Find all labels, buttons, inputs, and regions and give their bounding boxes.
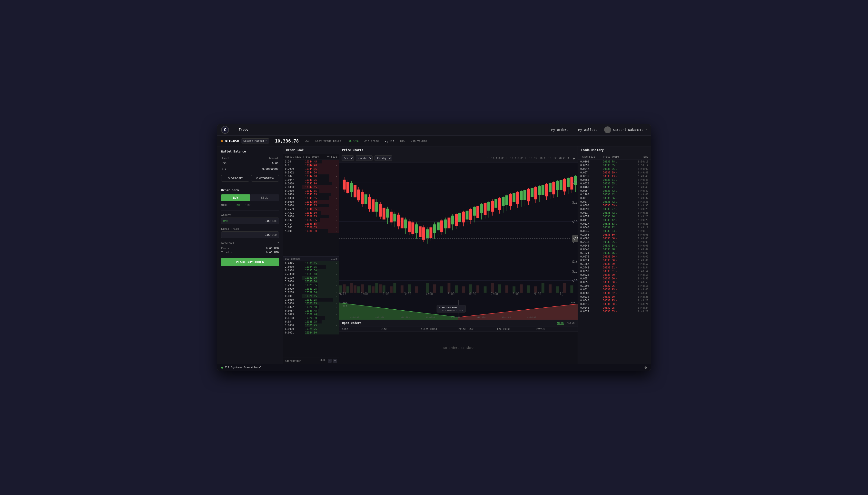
chart-type-select[interactable]: Candle: [356, 155, 373, 161]
trade-history-row: 0.0016 10331.00 ↘ 9:48:24: [578, 302, 651, 306]
my-orders-link[interactable]: My Orders: [548, 126, 571, 133]
ask-row[interactable]: 0.132 10337.35 -: [283, 218, 339, 222]
svg-text:300: 300: [570, 302, 575, 304]
ask-row[interactable]: 3.14 10344.45 -: [283, 160, 339, 164]
ask-row[interactable]: 0.2999 10344.35 -: [283, 167, 339, 171]
ask-row[interactable]: 0.6000 10341.80 -: [283, 200, 339, 204]
price-charts-title: Price Charts: [339, 147, 578, 154]
amount-input[interactable]: [230, 219, 271, 223]
svg-rect-41: [548, 284, 552, 293]
svg-rect-112: [462, 212, 465, 222]
bid-row[interactable]: 3.0268 10329.00 -: [283, 291, 339, 294]
ask-row[interactable]: 3.0000 10339.25 -: [283, 215, 339, 218]
svg-rect-23: [415, 287, 418, 293]
buy-tab[interactable]: BUY: [221, 194, 250, 201]
withdraw-button[interactable]: ⊖ WITHDRAW: [251, 175, 279, 182]
total-row: Total ≈ 0.00 USD: [221, 251, 279, 254]
ask-row[interactable]: 3.000 10336.35 -: [283, 226, 339, 229]
bid-row[interactable]: 1.0000 10327.95 -: [283, 298, 339, 302]
deposit-button[interactable]: ⊕ DEPOSIT: [221, 175, 249, 182]
sell-tab[interactable]: SELL: [250, 194, 279, 201]
username: Satoshi Nakamoto: [613, 128, 643, 132]
trade-history-row: 0.011 10338.42 ↗ 9:49:20: [578, 218, 651, 222]
ask-row[interactable]: 1.007 10344.00 -: [283, 174, 339, 178]
open-orders-header: Open Orders Open Fills: [339, 320, 578, 326]
wallet-balance-title: Wallet Balance: [221, 150, 279, 153]
bid-row[interactable]: 0.0023 10326.40 -: [283, 312, 339, 316]
svg-rect-64: [375, 202, 378, 211]
volume-label: 24h volume: [411, 139, 427, 142]
svg-rect-11: [354, 285, 357, 293]
candlestick-chart: $10,425 $10,400 $10,375 $10,350 $10,336.…: [339, 163, 578, 300]
advanced-toggle[interactable]: Advanced ▾: [221, 241, 279, 244]
ask-row[interactable]: 2.414 10336.55 -: [283, 222, 339, 226]
nav-tabs: Trade: [235, 126, 548, 133]
user-info[interactable]: Satoshi Nakamoto ▾: [604, 126, 647, 133]
ask-row[interactable]: 0.5922 10344.30 -: [283, 171, 339, 174]
place-buy-order-button[interactable]: PLACE BUY ORDER: [221, 258, 279, 266]
ask-row[interactable]: 0.1000 10342.90 -: [283, 182, 339, 185]
svg-rect-34: [498, 284, 501, 293]
ask-row[interactable]: 0.7599 10340.35 -: [283, 207, 339, 211]
svg-rect-32: [484, 287, 487, 293]
svg-rect-130: [494, 199, 497, 207]
ask-row[interactable]: 1.0047 10343.75 -: [283, 178, 339, 182]
ask-row[interactable]: 0.01 10344.40 -: [283, 164, 339, 167]
col-status: Status: [536, 328, 575, 330]
bid-row[interactable]: 6.0000 10325.25 -: [283, 327, 339, 331]
trade-history-row: 0.0048 10332.95 ↘ 9:48:27: [578, 298, 651, 302]
ask-row[interactable]: 1.0000 10340.65 -: [283, 204, 339, 207]
overlay-select[interactable]: Overlay: [375, 155, 392, 161]
open-tab[interactable]: Open: [557, 321, 564, 325]
bid-row[interactable]: 2.5000 10334.95 -: [283, 265, 339, 269]
bid-row[interactable]: 1.0000 10325.45 -: [283, 324, 339, 327]
bid-row[interactable]: 1.0322 10326.50 -: [283, 305, 339, 309]
ask-row[interactable]: 0.0688 10342.15 -: [283, 193, 339, 197]
select-market-dropdown[interactable]: Select Market ▾: [241, 138, 269, 143]
limit-price-input[interactable]: [223, 233, 271, 237]
trade-history-row: 0.0045 10339.33 ↗ 9:49:13: [578, 229, 651, 233]
bid-row[interactable]: 0.0984 10333.50 -: [283, 269, 339, 272]
ask-row[interactable]: 5.601 10336.30 -: [283, 229, 339, 233]
agg-decrease-button[interactable]: −: [328, 359, 332, 363]
settings-gear-icon[interactable]: ⚙: [644, 365, 647, 370]
tab-trade[interactable]: Trade: [235, 126, 252, 133]
bid-row[interactable]: 0.6168 10326.30 -: [283, 316, 339, 320]
ask-row[interactable]: 1.4371 10340.00 -: [283, 211, 339, 215]
bid-row[interactable]: 0.4045 10335.05 -: [283, 261, 339, 265]
ask-row[interactable]: 2.0000 10342.85 -: [283, 185, 339, 189]
svg-rect-26: [440, 287, 443, 293]
bid-row[interactable]: 0.0021 10324.50 -: [283, 331, 339, 335]
fills-tab[interactable]: Fills: [567, 321, 575, 325]
svg-rect-106: [451, 216, 454, 224]
ask-row[interactable]: 0.1000 10342.65 -: [283, 189, 339, 193]
limit-price-label: Limit Price: [221, 227, 279, 231]
svg-text:$10,325: $10,325: [572, 259, 578, 263]
svg-rect-68: [382, 208, 386, 220]
bid-row[interactable]: 3.0000 10331.00 -: [283, 280, 339, 283]
svg-rect-42: [556, 287, 559, 293]
bid-row[interactable]: 0.0037 10326.45 -: [283, 309, 339, 312]
limit-tab[interactable]: LIMIT: [234, 204, 242, 208]
chart-scroll-right[interactable]: ▶: [573, 156, 575, 160]
my-wallets-link[interactable]: My Wallets: [575, 126, 600, 133]
svg-rect-21: [400, 285, 404, 293]
bid-row[interactable]: 0.0999 10329.25 -: [283, 287, 339, 291]
bid-row[interactable]: 0.1000 10327.25 -: [283, 302, 339, 305]
ask-row[interactable]: 2.0000 10341.95 -: [283, 197, 339, 200]
stop-tab[interactable]: STOP: [245, 204, 251, 208]
timeframe-select[interactable]: 5m: [342, 155, 354, 161]
bid-row[interactable]: 0.05 10325.75 -: [283, 320, 339, 324]
market-tab[interactable]: MARKET: [221, 204, 231, 208]
agg-increase-button[interactable]: +: [333, 359, 337, 363]
bid-row[interactable]: 0.001 10328.15 -: [283, 294, 339, 298]
max-button[interactable]: Max: [223, 220, 228, 222]
total-label: Total ≈: [221, 251, 232, 254]
bid-row[interactable]: 1.2904 10329.35 -: [283, 283, 339, 287]
trade-history-row: 0.001 10338.42 ↗ 9:49:26: [578, 211, 651, 215]
bid-row[interactable]: 0.7599 10332.90 -: [283, 276, 339, 280]
oo-table-header: Side Size Filled (BTC) Price (USD) Fee (…: [339, 326, 578, 332]
chart-body: $10,425 $10,400 $10,375 $10,350 $10,336.…: [339, 163, 578, 300]
bid-row[interactable]: 25.3000 10333.00 -: [283, 272, 339, 276]
svg-text:5:00: 5:00: [448, 292, 455, 296]
